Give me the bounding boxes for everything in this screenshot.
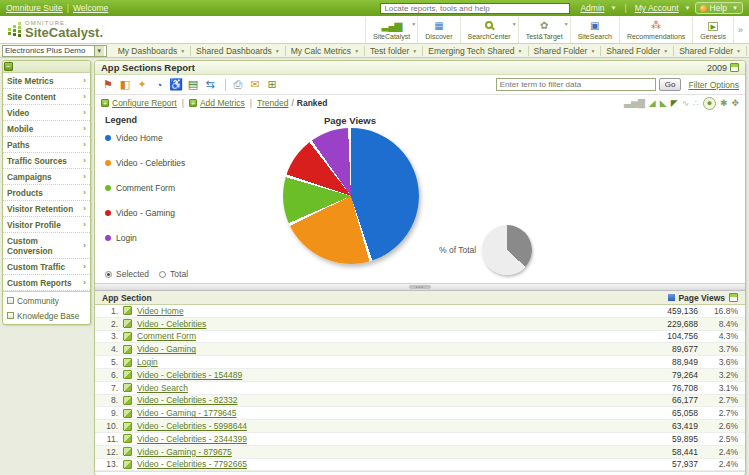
line-chart-icon[interactable]: ∿ [682,97,690,109]
row-link[interactable]: Video - Gaming - 879675 [137,447,232,457]
table-row[interactable]: 1.Video Home459,13616.8% [95,305,745,318]
scatter-chart-icon[interactable]: ∴ [693,97,699,109]
go-button[interactable]: Go [659,78,682,91]
print-icon[interactable]: ⎙ [231,78,245,92]
help-button[interactable]: Help ▼ [695,2,743,14]
omniture-suite-link[interactable]: Omniture Suite [6,3,63,13]
legend-item-video-celebrities[interactable]: Video - Celebrities [105,158,243,168]
filter-options-link[interactable]: Filter Options [688,80,739,90]
table-row[interactable]: 10.Video - Celebrities - 599864463,4192.… [95,420,745,433]
my-account-menu[interactable]: My Account [635,3,679,13]
area-chart-icon[interactable]: ◣ [660,97,667,109]
more-chevron-icon[interactable]: » [738,25,743,35]
filter-input[interactable] [496,78,656,91]
pie-chart[interactable] [283,128,419,264]
dashboard-icon[interactable]: ◧ [118,78,132,92]
suite-button-testandtarget[interactable]: ✿ Test&Target ▼ [518,17,570,43]
column-page-views[interactable]: Page Views [678,293,725,303]
legend-item-comment-form[interactable]: Comment Form [105,183,243,193]
admin-menu[interactable]: Admin [580,3,604,13]
suite-button-searchcenter[interactable]: SearchCenter ▼ [460,17,518,43]
sidebar-item-visitor-retention[interactable]: Visitor Retention› [3,201,90,217]
schedule-icon[interactable]: ◔ [152,78,166,92]
pie-chart-icon[interactable]: ● [703,97,716,110]
sidebar-item-paths[interactable]: Paths› [3,137,90,153]
stacked-area-chart-icon[interactable]: ◤ [671,97,678,109]
bookmark-icon[interactable]: ⚑ [101,78,115,92]
global-search-input[interactable] [380,3,570,14]
legend-item-video-home[interactable]: Video Home [105,133,243,143]
sidebar-item-custom-reports[interactable]: Custom Reports› [3,275,90,291]
sidebar-item-traffic-sources[interactable]: Traffic Sources› [3,153,90,169]
settings-gear-icon[interactable]: ✱ [720,97,728,109]
expand-icon[interactable]: ✥ [731,97,739,109]
folder-menu-shared-folder-5[interactable]: Shared Folder▼ [529,46,602,56]
calendar-icon[interactable] [729,293,738,302]
table-row[interactable]: 8.Video - Celebrities - 8233266,1772.7% [95,395,745,408]
selected-radio[interactable] [105,271,112,278]
row-link[interactable]: Video - Celebrities - 5998644 [137,421,247,431]
row-link[interactable]: Video - Celebrities - 154489 [137,370,242,380]
table-row[interactable]: 5.Login88,9493.6% [95,356,745,369]
email-icon[interactable]: ✉ [248,78,262,92]
row-link[interactable]: Video - Gaming [137,344,196,354]
folder-menu-shared-folder-6[interactable]: Shared Folder▼ [601,46,674,56]
row-link[interactable]: Video - Celebrities - 82332 [137,395,238,405]
table-row[interactable]: 12.Video - Gaming - 87967558,4412.4% [95,446,745,459]
row-link[interactable]: Video - Gaming - 1779645 [137,408,237,418]
table-row[interactable]: 9.Video - Gaming - 177964565,0582.7% [95,407,745,420]
sidebar-item-knowledge-base[interactable]: Knowledge Base [3,308,90,323]
legend-item-login[interactable]: Login [105,233,243,243]
row-link[interactable]: Video Search [137,383,188,393]
sidebar-item-community[interactable]: Community [3,293,90,308]
welcome-link[interactable]: Welcome [73,3,108,13]
report-builder-icon[interactable]: ⊞ [265,78,279,92]
folder-menu-emerging-tech-shared-4[interactable]: Emerging Tech Shared▼ [423,46,528,56]
configure-report-link[interactable]: Configure Report [112,98,177,108]
sidebar-item-video[interactable]: Video› [3,105,90,121]
ranked-label[interactable]: Ranked [297,98,328,108]
chart-table-splitter[interactable]: ••• [95,283,745,291]
table-row[interactable]: 4.Video - Gaming89,6773.7% [95,343,745,356]
table-row[interactable]: 2.Video - Celebrities229,6888.4% [95,318,745,331]
column-app-section[interactable]: App Section [102,293,152,303]
sidebar-item-mobile[interactable]: Mobile› [3,121,90,137]
row-link[interactable]: Video - Celebrities - 2344399 [137,434,247,444]
sidebar-item-site-content[interactable]: Site Content› [3,89,90,105]
folder-menu-test-folder-3[interactable]: Test folder▼ [365,46,423,56]
report-date-range[interactable]: 2009 [707,63,727,73]
legend-item-video-gaming[interactable]: Video - Gaming [105,208,243,218]
folder-menu-my-dashboards-0[interactable]: My Dashboards▼ [113,46,191,56]
row-link[interactable]: Video Home [137,306,184,316]
table-row[interactable]: 11.Video - Celebrities - 234439959,8952.… [95,433,745,446]
table-row[interactable]: 7.Video Search76,7083.1% [95,382,745,395]
suite-button-genesis[interactable]: ▶ Genesis [692,17,734,43]
suite-button-sitecatalyst[interactable]: ▂▄▆ SiteCatalyst ▼ [365,17,417,43]
report-suite-selector[interactable]: Electronics Plus Demo ▼ [2,45,107,57]
suite-button-recommendations[interactable]: ⁂ Recommendations [619,17,692,43]
table-row[interactable]: 6.Video - Celebrities - 15448979,2643.2% [95,369,745,382]
splitter-handle-icon[interactable]: ••• [409,285,431,289]
suite-button-discover[interactable]: ▦ Discover [417,17,459,43]
sidebar-item-campaigns[interactable]: Campaigns› [3,169,90,185]
folder-menu-my-calc-metrics-2[interactable]: My Calc Metrics▼ [286,46,365,56]
sidebar-item-visitor-profile[interactable]: Visitor Profile› [3,217,90,233]
exchange-icon[interactable]: ⇆ [203,78,217,92]
sidebar-item-site-metrics[interactable]: Site Metrics› [3,73,90,89]
alert-icon[interactable]: ✦ [135,78,149,92]
add-metrics-link[interactable]: Add Metrics [200,98,245,108]
calendar-icon[interactable] [730,63,739,72]
trend-chart-icon[interactable]: ◢ [649,97,656,109]
collapse-sidebar-button[interactable]: − [4,62,13,71]
row-link[interactable]: Login [137,357,158,367]
accessibility-icon[interactable]: ♿ [169,78,183,92]
total-radio[interactable] [159,271,166,278]
excel-icon[interactable]: ▤ [186,78,200,92]
folder-menu-shared-folder-7[interactable]: Shared Folder▼ [674,46,747,56]
row-link[interactable]: Comment Form [137,331,196,341]
suite-button-sitesearch[interactable]: ▣ SiteSearch [570,17,619,43]
sidebar-item-custom-traffic[interactable]: Custom Traffic› [3,259,90,275]
row-link[interactable]: Video - Celebrities [137,319,206,329]
sidebar-item-products[interactable]: Products› [3,185,90,201]
table-row[interactable]: 3.Comment Form104,7564.3% [95,331,745,344]
